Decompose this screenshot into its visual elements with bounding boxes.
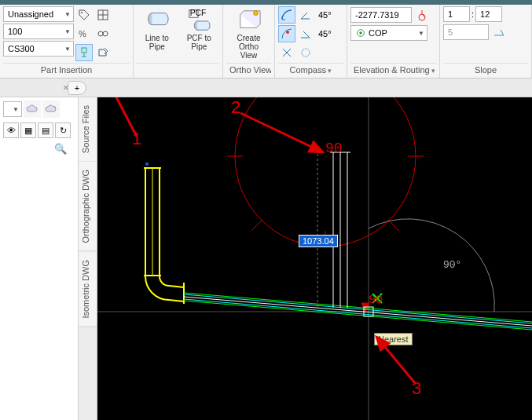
layout2-icon[interactable]: ▤ <box>38 122 53 138</box>
cop-dropdown[interactable]: COP ▼ <box>350 25 427 41</box>
panel-caption-slope: Slope <box>443 63 528 76</box>
cloud-icon[interactable] <box>24 100 41 118</box>
slope-sep: : <box>471 9 474 19</box>
new-tab-button[interactable]: + <box>68 81 86 95</box>
svg-point-0 <box>81 12 83 13</box>
slope-b-input[interactable] <box>475 6 502 22</box>
svg-line-34 <box>169 286 184 287</box>
create-ortho-view-button[interactable]: Create Ortho View <box>229 6 270 62</box>
sidetab-isometric[interactable]: Isometric DWG <box>79 252 97 327</box>
compass-angle2: 45° <box>316 29 334 38</box>
angle-left-icon[interactable] <box>297 6 314 24</box>
svg-line-52 <box>376 337 416 384</box>
compass-cross-icon[interactable] <box>278 44 295 61</box>
assignment-dropdown[interactable]: Unassigned ▼ <box>3 6 74 22</box>
compass-circle-icon[interactable] <box>297 44 314 61</box>
search-icon[interactable]: 🔍 <box>3 143 75 155</box>
svg-line-41 <box>184 297 532 326</box>
svg-line-38 <box>184 301 532 330</box>
tab-close-icon[interactable]: × <box>63 82 69 93</box>
pcf-to-pipe-label: PCF to Pipe <box>181 34 218 51</box>
svg-point-12 <box>286 31 289 34</box>
annotation-2: 2 <box>231 97 240 118</box>
svg-line-37 <box>184 293 532 322</box>
svg-point-5 <box>103 31 108 36</box>
elevation-value[interactable] <box>355 10 407 20</box>
panel-caption-part-insertion: Part Insertion <box>3 63 130 76</box>
panel-caption-compass[interactable]: Compass <box>278 63 343 76</box>
svg-point-16 <box>359 31 362 35</box>
pcf-to-pipe-button[interactable]: PCF PCF to Pipe <box>179 6 220 53</box>
protractor-angle-text: 90° <box>443 259 461 271</box>
layout1-icon[interactable]: ▦ <box>20 122 36 138</box>
svg-line-50 <box>97 97 137 137</box>
create-ortho-view-label: Create Ortho View <box>230 34 268 60</box>
place-icon[interactable] <box>75 44 93 61</box>
slope-c-input[interactable] <box>443 24 489 40</box>
svg-line-27 <box>388 220 399 231</box>
svg-point-4 <box>98 31 103 36</box>
sidetab-orthographic[interactable]: Orthographic DWG <box>79 162 97 252</box>
annotation-1: 1 <box>132 129 141 149</box>
svg-line-40 <box>184 299 532 328</box>
angle-right-icon[interactable] <box>297 25 314 42</box>
sidetab-source-files[interactable]: Source Files <box>79 97 97 162</box>
grid-icon[interactable] <box>94 6 112 24</box>
link-icon[interactable] <box>94 25 112 42</box>
spec-dropdown[interactable]: CS300 ▼ <box>3 41 74 57</box>
svg-line-39 <box>184 294 532 323</box>
panel-caption-ortho: Ortho Views <box>226 63 271 76</box>
line-to-pipe-button[interactable]: Line to Pipe <box>137 6 178 53</box>
svg-point-11 <box>253 11 258 16</box>
cloud2-icon[interactable] <box>42 100 60 118</box>
chevron-down-icon: ▼ <box>61 28 71 35</box>
plus-icon: + <box>75 83 79 93</box>
annotation-3: 3 <box>412 378 421 399</box>
size-value: 100 <box>8 27 22 36</box>
panel-caption-elevation[interactable]: Elevation & Routing <box>350 63 436 76</box>
svg-point-13 <box>302 49 310 57</box>
eye-icon[interactable]: 👁 <box>3 122 19 138</box>
svg-text:%: % <box>79 29 86 38</box>
compass-angle1: 45° <box>316 10 334 20</box>
left-filter-dropdown[interactable]: ▼ <box>3 101 22 117</box>
panel-caption-blank <box>137 63 219 76</box>
elevation-input[interactable] <box>350 7 412 23</box>
assignment-value: Unassigned <box>8 9 53 19</box>
size-dropdown[interactable]: 100 ▼ <box>3 24 74 39</box>
chevron-down-icon: ▼ <box>61 46 71 53</box>
svg-text:PCF: PCF <box>190 9 207 17</box>
export-icon[interactable] <box>94 44 112 61</box>
elevation-lock-icon[interactable] <box>413 6 431 24</box>
compass-snap-icon[interactable] <box>278 25 295 42</box>
line-to-pipe-label: Line to Pipe <box>138 34 176 51</box>
cursor-angle-text: 90 <box>369 294 383 307</box>
percent-icon[interactable]: % <box>75 25 93 42</box>
slope-toggle-icon[interactable] <box>490 24 508 41</box>
cop-value: COP <box>369 28 387 38</box>
svg-line-51 <box>240 113 323 152</box>
dimension-box[interactable]: 1073.04 <box>299 235 338 247</box>
svg-point-36 <box>145 163 149 166</box>
cop-icon <box>355 27 366 38</box>
svg-line-26 <box>251 220 262 231</box>
refresh-icon[interactable]: ↻ <box>55 122 71 138</box>
svg-point-14 <box>419 14 425 20</box>
tag-icon[interactable] <box>75 6 93 24</box>
svg-line-33 <box>169 300 184 301</box>
chevron-down-icon: ▼ <box>415 30 424 37</box>
left-panel: ▼ 👁 ▦ ▤ ↻ 🔍 <box>0 97 79 420</box>
chevron-down-icon: ▼ <box>61 11 71 18</box>
compass-arc-icon[interactable] <box>278 6 295 24</box>
slope-a-input[interactable] <box>443 6 470 22</box>
spec-value: CS300 <box>8 44 35 53</box>
drawing-canvas[interactable]: 90 90 90° 1073.04 Nearest 1 2 3 <box>97 97 532 420</box>
svg-rect-2 <box>82 48 86 53</box>
